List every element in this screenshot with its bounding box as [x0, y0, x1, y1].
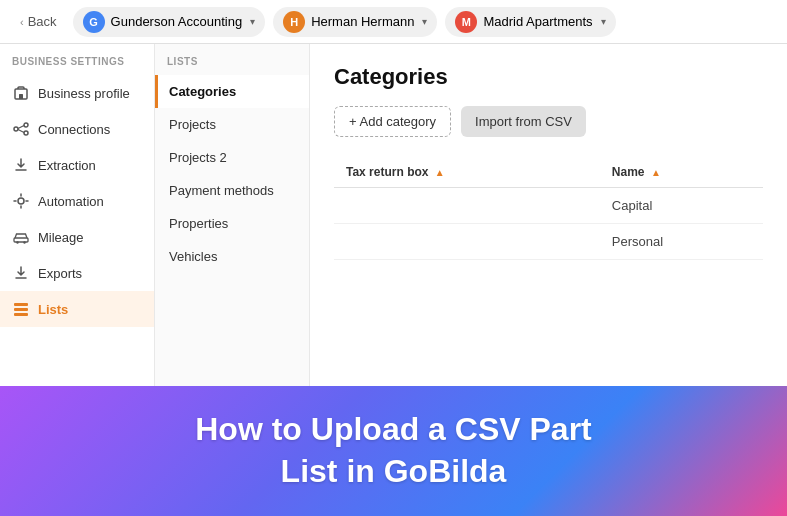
add-category-label: + Add category [349, 114, 436, 129]
category-table: Tax return box ▲ Name ▲ Capital Persona [334, 157, 763, 260]
svg-point-2 [14, 127, 18, 131]
sidebar-item-mileage[interactable]: Mileage [0, 219, 154, 255]
list-nav-label-vehicles: Vehicles [169, 249, 217, 264]
building-icon [12, 84, 30, 102]
account-madrid[interactable]: M Madrid Apartments ▾ [445, 7, 615, 37]
sidebar-label-mileage: Mileage [38, 230, 84, 245]
cell-tax-return-box-1 [334, 188, 600, 224]
sidebar-label-automation: Automation [38, 194, 104, 209]
svg-rect-11 [14, 303, 28, 306]
automation-icon [12, 192, 30, 210]
svg-line-6 [18, 130, 24, 133]
svg-rect-1 [19, 94, 23, 99]
top-nav: ‹ Back G Gunderson Accounting ▾ H Herman… [0, 0, 787, 44]
account-gunderson[interactable]: G Gunderson Accounting ▾ [73, 7, 266, 37]
list-nav-item-properties[interactable]: Properties [155, 207, 309, 240]
sort-icon-name: ▲ [651, 167, 661, 178]
add-category-button[interactable]: + Add category [334, 106, 451, 137]
avatar-g: G [83, 11, 105, 33]
list-nav-label-properties: Properties [169, 216, 228, 231]
main-layout: BUSINESS SETTINGS Business profile [0, 44, 787, 386]
cell-name-2: Personal [600, 224, 763, 260]
cell-name-1: Capital [600, 188, 763, 224]
svg-point-10 [23, 241, 25, 243]
sidebar-label-business-profile: Business profile [38, 86, 130, 101]
avatar-h: H [283, 11, 305, 33]
list-nav-label-payment-methods: Payment methods [169, 183, 274, 198]
sidebar-label-connections: Connections [38, 122, 110, 137]
sidebar-item-extraction[interactable]: Extraction [0, 147, 154, 183]
list-nav: LISTS Categories Projects Projects 2 Pay… [155, 44, 310, 386]
list-nav-label-categories: Categories [169, 84, 236, 99]
sidebar-item-exports[interactable]: Exports [0, 255, 154, 291]
import-csv-button[interactable]: Import from CSV [461, 106, 586, 137]
list-nav-item-projects2[interactable]: Projects 2 [155, 141, 309, 174]
main-content: Categories + Add category Import from CS… [310, 44, 787, 386]
page-title: Categories [334, 64, 763, 90]
left-sidebar: BUSINESS SETTINGS Business profile [0, 44, 155, 386]
banner-line2: List in GoBilda [195, 451, 591, 493]
list-nav-label-projects2: Projects 2 [169, 150, 227, 165]
svg-point-7 [18, 198, 24, 204]
cell-tax-return-box-2 [334, 224, 600, 260]
sidebar-label-exports: Exports [38, 266, 82, 281]
list-nav-label-projects: Projects [169, 117, 216, 132]
chevron-down-icon: ▾ [250, 16, 255, 27]
table-row: Personal [334, 224, 763, 260]
sort-icon-tax-return-box: ▲ [435, 167, 445, 178]
account-herman-label: Herman Hermann [311, 14, 414, 29]
account-herman[interactable]: H Herman Hermann ▾ [273, 7, 437, 37]
svg-rect-8 [14, 238, 28, 242]
svg-rect-12 [14, 308, 28, 311]
account-gunderson-label: Gunderson Accounting [111, 14, 243, 29]
back-button[interactable]: ‹ Back [12, 10, 65, 33]
sidebar-item-lists[interactable]: Lists [0, 291, 154, 327]
connections-icon [12, 120, 30, 138]
svg-point-9 [16, 241, 18, 243]
download-icon [12, 264, 30, 282]
car-icon [12, 228, 30, 246]
svg-line-5 [18, 126, 24, 129]
import-csv-label: Import from CSV [475, 114, 572, 129]
back-chevron-icon: ‹ [20, 16, 24, 28]
sidebar-section-label: BUSINESS SETTINGS [0, 56, 154, 75]
banner-line1: How to Upload a CSV Part [195, 409, 591, 451]
sidebar-item-business-profile[interactable]: Business profile [0, 75, 154, 111]
sidebar-label-lists: Lists [38, 302, 68, 317]
list-nav-item-payment-methods[interactable]: Payment methods [155, 174, 309, 207]
avatar-m: M [455, 11, 477, 33]
extraction-icon [12, 156, 30, 174]
svg-point-3 [24, 123, 28, 127]
sidebar-item-connections[interactable]: Connections [0, 111, 154, 147]
account-madrid-label: Madrid Apartments [483, 14, 592, 29]
action-bar: + Add category Import from CSV [334, 106, 763, 137]
bottom-banner: How to Upload a CSV Part List in GoBilda [0, 386, 787, 516]
column-header-tax-return-box[interactable]: Tax return box ▲ [334, 157, 600, 188]
back-label: Back [28, 14, 57, 29]
sidebar-label-extraction: Extraction [38, 158, 96, 173]
chevron-down-icon: ▾ [601, 16, 606, 27]
list-icon [12, 300, 30, 318]
table-row: Capital [334, 188, 763, 224]
list-nav-item-categories[interactable]: Categories [155, 75, 309, 108]
chevron-down-icon: ▾ [422, 16, 427, 27]
list-nav-item-vehicles[interactable]: Vehicles [155, 240, 309, 273]
banner-text: How to Upload a CSV Part List in GoBilda [195, 409, 591, 492]
list-nav-section-label: LISTS [155, 56, 309, 75]
list-nav-item-projects[interactable]: Projects [155, 108, 309, 141]
svg-point-4 [24, 131, 28, 135]
svg-rect-13 [14, 313, 28, 316]
sidebar-item-automation[interactable]: Automation [0, 183, 154, 219]
column-header-name[interactable]: Name ▲ [600, 157, 763, 188]
